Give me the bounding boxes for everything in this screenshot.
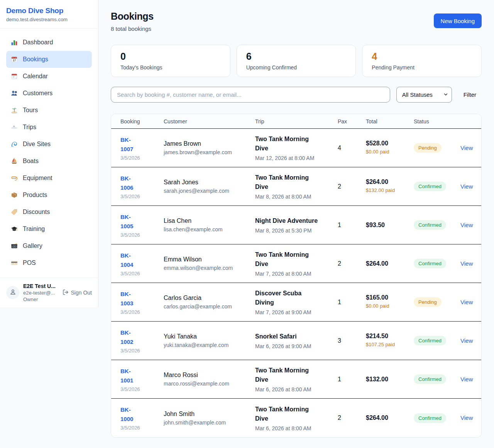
sidebar-item-customers[interactable]: Customers — [6, 85, 92, 102]
status-badge: Confirmed — [414, 220, 446, 230]
customer-cell: Marco Rossi marco.rossi@example.com — [164, 372, 255, 387]
status-badge: Confirmed — [414, 336, 446, 345]
wave-icon — [11, 141, 18, 148]
status-badge: Confirmed — [414, 374, 446, 384]
customer-cell: John Smith john.smith@example.com — [164, 411, 255, 426]
sidebar-item-pos[interactable]: POS — [6, 254, 92, 271]
column-header-total: Total — [366, 118, 414, 125]
package-icon — [11, 192, 18, 199]
new-booking-button[interactable]: New Booking — [434, 13, 482, 28]
view-link[interactable]: View — [460, 337, 473, 344]
column-header-status: Status — [414, 118, 460, 125]
island-icon — [11, 107, 18, 114]
stat-label: Pending Payment — [372, 64, 472, 71]
status-badge: Pending — [414, 143, 442, 153]
trip-name: Two Tank Morning Dive — [255, 405, 320, 423]
stat-value: 6 — [246, 51, 347, 62]
app-root: Demo Dive Shop demo.test.divestreams.com… — [0, 0, 494, 438]
dive-mask-icon — [11, 175, 18, 182]
filter-button[interactable]: Filter — [458, 91, 482, 98]
table-row: BK-1002 3/5/2026 Yuki Tanaka yuki.tanaka… — [111, 322, 481, 360]
stat-value: 4 — [372, 51, 472, 62]
booking-cell: BK-1002 3/5/2026 — [120, 328, 164, 354]
sign-out-label: Sign Out — [71, 290, 92, 296]
sidebar-item-trips[interactable]: Trips — [6, 119, 92, 136]
status-cell: Pending — [414, 297, 460, 307]
view-cell: View — [460, 222, 473, 229]
sidebar-item-label: Customers — [23, 89, 52, 98]
status-filter-select[interactable]: All Statuses — [396, 87, 452, 103]
stat-card-todays-bookings: 0 Today's Bookings — [111, 45, 230, 77]
sidebar-item-bookings[interactable]: 17 Bookings — [6, 51, 92, 68]
customer-cell: Sarah Jones sarah.jones@example.com — [164, 179, 255, 194]
trip-datetime: Mar 8, 2026 at 8:00 AM — [255, 194, 338, 200]
customer-email: yuki.tanaka@example.com — [164, 342, 255, 348]
search-input[interactable] — [111, 87, 390, 103]
sidebar-item-discounts[interactable]: Discounts — [6, 204, 92, 221]
view-link[interactable]: View — [460, 414, 473, 421]
user-info: E2E Test U... e2e-tester@... Owner — [23, 283, 59, 302]
booking-id-link[interactable]: BK-1007 — [120, 135, 141, 154]
booking-id-link[interactable]: BK-1001 — [120, 367, 141, 385]
booking-date: 3/5/2026 — [120, 348, 164, 354]
view-cell: View — [460, 260, 473, 267]
sidebar-item-gallery[interactable]: Gallery — [6, 237, 92, 254]
customer-email: sarah.jones@example.com — [164, 188, 255, 194]
booking-date: 3/5/2026 — [120, 155, 164, 161]
page-subtitle: 8 total bookings — [111, 25, 154, 32]
booking-id-link[interactable]: BK-1003 — [120, 290, 141, 308]
sidebar-item-boats[interactable]: Boats — [6, 153, 92, 170]
column-header-pax: Pax — [338, 118, 366, 125]
trip-datetime: Mar 8, 2026 at 5:30 PM — [255, 227, 338, 234]
sidebar-item-products[interactable]: Products — [6, 187, 92, 204]
trip-cell: Two Tank Morning Dive Mar 6, 2026 at 8:0… — [255, 366, 338, 392]
stat-value: 0 — [120, 51, 221, 62]
calendar-date-icon: 17 — [11, 56, 18, 63]
view-link[interactable]: View — [460, 183, 473, 190]
sidebar-item-tours[interactable]: Tours — [6, 102, 92, 119]
sidebar-item-training[interactable]: Training — [6, 221, 92, 237]
sailboat-icon — [11, 158, 18, 165]
sidebar-item-calendar[interactable]: Calendar — [6, 68, 92, 85]
booking-date: 3/5/2026 — [120, 194, 164, 199]
sidebar-item-equipment[interactable]: Equipment — [6, 170, 92, 187]
table-row: BK-1003 3/5/2026 Carlos Garcia carlos.ga… — [111, 283, 481, 322]
sidebar-item-dashboard[interactable]: Dashboard — [6, 34, 92, 51]
sign-out-button[interactable]: Sign Out — [63, 289, 92, 296]
trip-cell: Two Tank Morning Dive Mar 6, 2026 at 8:0… — [255, 405, 338, 431]
trip-cell: Discover Scuba Diving Mar 7, 2026 at 9:0… — [255, 289, 338, 315]
view-link[interactable]: View — [460, 376, 473, 382]
status-badge: Confirmed — [414, 259, 446, 268]
booking-id-link[interactable]: BK-1002 — [120, 328, 141, 347]
table-header-row: Booking Customer Trip Pax Total Status — [111, 114, 481, 129]
customer-email: john.smith@example.com — [164, 419, 255, 426]
main-content: Bookings 8 total bookings New Booking 0 … — [98, 0, 494, 438]
total-cell: $214.50 $107.25 paid — [366, 333, 414, 349]
sidebar-item-label: Dive Sites — [23, 140, 51, 149]
booking-id-link[interactable]: BK-1000 — [120, 405, 141, 424]
view-link[interactable]: View — [460, 299, 473, 305]
view-link[interactable]: View — [460, 222, 473, 228]
customer-name: Lisa Chen — [164, 217, 255, 224]
sidebar-item-label: Discounts — [23, 207, 50, 217]
trip-name: Snorkel Safari — [255, 332, 320, 341]
stat-label: Today's Bookings — [120, 64, 221, 71]
avatar — [6, 286, 19, 299]
booking-id-link[interactable]: BK-1005 — [120, 212, 141, 231]
view-link[interactable]: View — [460, 145, 473, 151]
customer-name: Carlos Garcia — [164, 295, 255, 301]
total-amount: $132.00 — [366, 376, 414, 383]
sidebar-item-dive-sites[interactable]: Dive Sites — [6, 136, 92, 153]
total-amount: $264.00 — [366, 260, 414, 267]
booking-id-link[interactable]: BK-1004 — [120, 251, 141, 269]
sidebar-item-label: Boats — [23, 157, 39, 166]
trip-datetime: Mar 12, 2026 at 8:00 AM — [255, 155, 338, 161]
filters-row: All Statuses Filter — [111, 87, 482, 103]
view-link[interactable]: View — [460, 260, 473, 267]
customer-name: Emma Wilson — [164, 256, 255, 263]
user-email: e2e-tester@... — [23, 290, 59, 296]
status-cell: Confirmed — [414, 413, 460, 423]
status-badge: Confirmed — [414, 413, 446, 423]
total-amount: $264.00 — [366, 414, 414, 421]
booking-id-link[interactable]: BK-1006 — [120, 174, 141, 192]
